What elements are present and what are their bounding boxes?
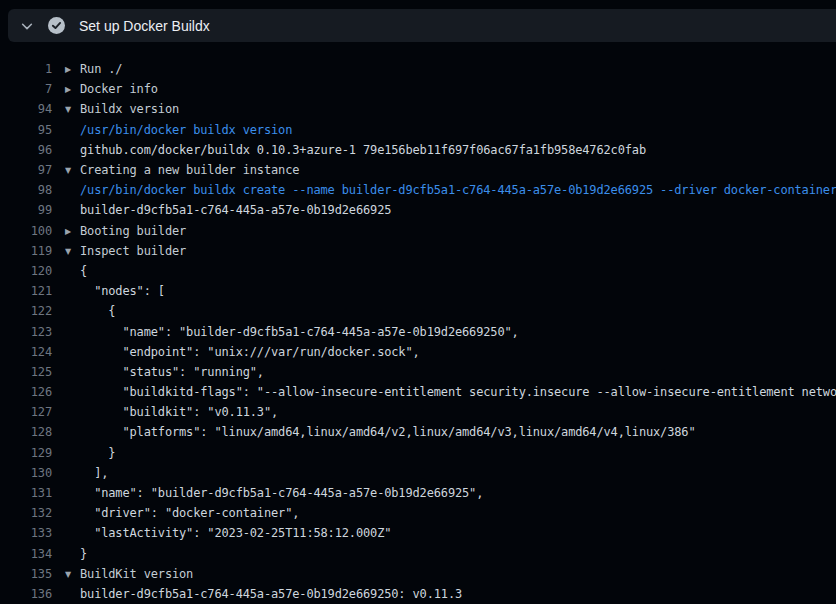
log-command-text: /usr/bin/docker buildx create --name bui… xyxy=(52,183,836,197)
line-number[interactable]: 129 xyxy=(0,446,52,460)
log-group-row[interactable]: 135▼BuildKit version xyxy=(0,564,836,584)
triangle-right-icon[interactable]: ▶ xyxy=(65,65,71,74)
log-output-text: builder-d9cfb5a1-c764-445a-a57e-0b19d2e6… xyxy=(52,203,836,217)
log-line: 99builder-d9cfb5a1-c764-445a-a57e-0b19d2… xyxy=(0,200,836,220)
log-line: 131 "name": "builder-d9cfb5a1-c764-445a-… xyxy=(0,483,836,503)
log-line: 98/usr/bin/docker buildx create --name b… xyxy=(0,180,836,200)
log-output-text: "buildkitd-flags": "--allow-insecure-ent… xyxy=(52,385,836,399)
log-line: 122 { xyxy=(0,301,836,321)
log-viewer[interactable]: 1▶Run ./7▶Docker info94▼Buildx version95… xyxy=(0,42,836,604)
triangle-right-icon[interactable]: ▶ xyxy=(65,85,71,94)
line-number[interactable]: 122 xyxy=(0,304,52,318)
log-output-text: } xyxy=(52,547,836,561)
log-output-text: "name": "builder-d9cfb5a1-c764-445a-a57e… xyxy=(52,325,836,339)
log-output-text: github.com/docker/buildx 0.10.3+azure-1 … xyxy=(52,143,836,157)
triangle-down-icon[interactable]: ▼ xyxy=(65,246,71,255)
log-output-text: builder-d9cfb5a1-c764-445a-a57e-0b19d2e6… xyxy=(52,587,836,601)
log-group-title: ▼Buildx version xyxy=(52,102,836,116)
log-group-title: ▼Inspect builder xyxy=(52,244,836,258)
line-number[interactable]: 100 xyxy=(0,224,52,238)
log-group-title: ▶Booting builder xyxy=(52,224,836,238)
line-number[interactable]: 96 xyxy=(0,143,52,157)
log-line: 134} xyxy=(0,544,836,564)
log-line: 123 "name": "builder-d9cfb5a1-c764-445a-… xyxy=(0,321,836,341)
line-number[interactable]: 7 xyxy=(0,82,52,96)
line-number[interactable]: 1 xyxy=(0,62,52,76)
log-group-title: ▶Docker info xyxy=(52,82,836,96)
line-number[interactable]: 119 xyxy=(0,244,52,258)
log-output-text: "platforms": "linux/amd64,linux/amd64/v2… xyxy=(52,425,836,439)
log-line: 121 "nodes": [ xyxy=(0,281,836,301)
log-line: 96github.com/docker/buildx 0.10.3+azure-… xyxy=(0,140,836,160)
line-number[interactable]: 131 xyxy=(0,486,52,500)
line-number[interactable]: 133 xyxy=(0,526,52,540)
log-group-title: ▼BuildKit version xyxy=(52,567,836,581)
line-number[interactable]: 134 xyxy=(0,547,52,561)
log-output-text: "buildkit": "v0.11.3", xyxy=(52,405,836,419)
log-line: 120{ xyxy=(0,261,836,281)
line-number[interactable]: 123 xyxy=(0,325,52,339)
log-output-text: { xyxy=(52,264,836,278)
line-number[interactable]: 125 xyxy=(0,365,52,379)
log-group-row[interactable]: 7▶Docker info xyxy=(0,79,836,99)
triangle-down-icon[interactable]: ▼ xyxy=(65,569,71,578)
log-group-row[interactable]: 94▼Buildx version xyxy=(0,99,836,119)
line-number[interactable]: 98 xyxy=(0,183,52,197)
line-number[interactable]: 136 xyxy=(0,587,52,601)
log-line: 130 ], xyxy=(0,463,836,483)
line-number[interactable]: 135 xyxy=(0,567,52,581)
log-line: 127 "buildkit": "v0.11.3", xyxy=(0,402,836,422)
line-number[interactable]: 95 xyxy=(0,123,52,137)
step-title: Set up Docker Buildx xyxy=(79,18,210,34)
line-number[interactable]: 132 xyxy=(0,506,52,520)
chevron-down-icon[interactable] xyxy=(20,19,34,33)
triangle-right-icon[interactable]: ▶ xyxy=(65,226,71,235)
log-group-title: ▶Run ./ xyxy=(52,62,836,76)
log-output-text: } xyxy=(52,446,836,460)
log-line: 129 } xyxy=(0,443,836,463)
log-output-text: "name": "builder-d9cfb5a1-c764-445a-a57e… xyxy=(52,486,836,500)
log-line: 126 "buildkitd-flags": "--allow-insecure… xyxy=(0,382,836,402)
log-output-text: "status": "running", xyxy=(52,365,836,379)
line-number[interactable]: 124 xyxy=(0,345,52,359)
log-line: 125 "status": "running", xyxy=(0,362,836,382)
triangle-down-icon[interactable]: ▼ xyxy=(65,105,71,114)
line-number[interactable]: 130 xyxy=(0,466,52,480)
line-number[interactable]: 126 xyxy=(0,385,52,399)
line-number[interactable]: 121 xyxy=(0,284,52,298)
line-number[interactable]: 99 xyxy=(0,203,52,217)
log-output-text: { xyxy=(52,304,836,318)
log-group-row[interactable]: 119▼Inspect builder xyxy=(0,241,836,261)
step-header[interactable]: Set up Docker Buildx xyxy=(8,9,836,42)
log-output-text: ], xyxy=(52,466,836,480)
log-line: 132 "driver": "docker-container", xyxy=(0,503,836,523)
log-line: 95/usr/bin/docker buildx version xyxy=(0,120,836,140)
log-command-text: /usr/bin/docker buildx version xyxy=(52,123,836,137)
line-number[interactable]: 97 xyxy=(0,163,52,177)
log-output-text: "endpoint": "unix:///var/run/docker.sock… xyxy=(52,345,836,359)
log-line: 124 "endpoint": "unix:///var/run/docker.… xyxy=(0,342,836,362)
log-group-row[interactable]: 1▶Run ./ xyxy=(0,59,836,79)
log-group-title: ▼Creating a new builder instance xyxy=(52,163,836,177)
log-output-text: "driver": "docker-container", xyxy=(52,506,836,520)
triangle-down-icon[interactable]: ▼ xyxy=(65,166,71,175)
log-group-row[interactable]: 100▶Booting builder xyxy=(0,221,836,241)
log-output-text: "nodes": [ xyxy=(52,284,836,298)
line-number[interactable]: 120 xyxy=(0,264,52,278)
log-line: 128 "platforms": "linux/amd64,linux/amd6… xyxy=(0,422,836,442)
line-number[interactable]: 94 xyxy=(0,102,52,116)
log-output-text: "lastActivity": "2023-02-25T11:58:12.000… xyxy=(52,526,836,540)
log-group-row[interactable]: 97▼Creating a new builder instance xyxy=(0,160,836,180)
check-circle-icon xyxy=(48,17,65,34)
log-line: 136builder-d9cfb5a1-c764-445a-a57e-0b19d… xyxy=(0,584,836,604)
line-number[interactable]: 128 xyxy=(0,425,52,439)
log-line: 133 "lastActivity": "2023-02-25T11:58:12… xyxy=(0,523,836,543)
line-number[interactable]: 127 xyxy=(0,405,52,419)
